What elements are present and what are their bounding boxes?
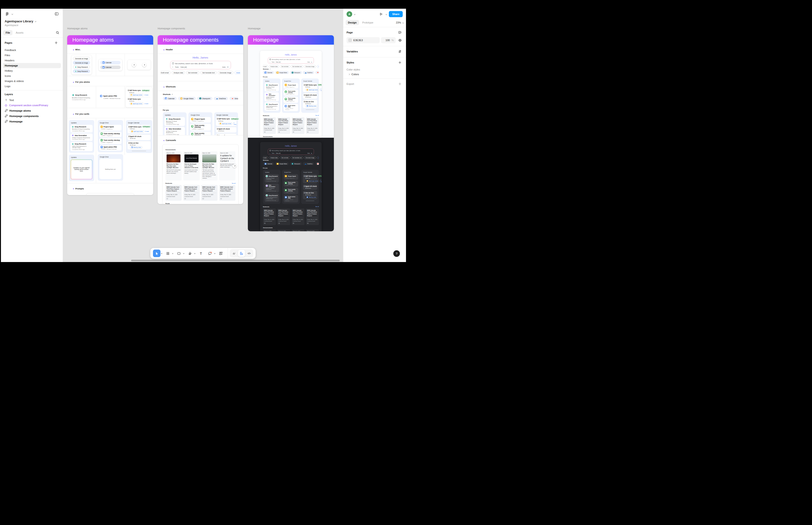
drive-item[interactable]: Team weekly standup 1:18PM · Angela Lin xyxy=(99,132,121,137)
shortcut-chip[interactable]: Google Slides xyxy=(275,71,289,74)
notebook-card[interactable]: M365 Calendar Card Third-Party Support F… xyxy=(165,185,182,201)
colors-group-row[interactable]: Colors xyxy=(343,71,406,76)
open-external-icon[interactable]: ↗ xyxy=(270,69,271,70)
header-component[interactable]: Hello, James Ask anything, search your d… xyxy=(158,54,243,81)
variables-icon[interactable] xyxy=(397,49,403,54)
search-icon[interactable] xyxy=(55,30,60,35)
see-all-link[interactable]: See all xyxy=(315,115,319,116)
quick-chip[interactable]: Set translate text xyxy=(291,65,303,68)
section-for-you-atoms[interactable]: For you atoms xyxy=(75,81,90,83)
chevron-down-icon[interactable] xyxy=(354,13,355,15)
google-drive-card[interactable]: Google Drive Project Spark 4:40PM · Ange… xyxy=(282,170,300,204)
frame-homepage-atoms[interactable]: Homepage atoms ◆Misc. Generate an image xyxy=(67,35,153,195)
document-title[interactable]: Agentspace Library xyxy=(5,19,33,23)
shortcut-chip[interactable]: Google Slides xyxy=(178,97,196,100)
add-icon[interactable]: + xyxy=(270,152,270,154)
move-tool-chevron[interactable] xyxy=(161,253,162,254)
update-item[interactable]: Idea Generation Unique Customer Experien… xyxy=(264,183,279,193)
update-item[interactable]: Deep Research Latest Developments in Cli… xyxy=(71,142,93,151)
quick-chip[interactable]: Analyze data xyxy=(172,71,185,74)
quick-chip[interactable]: Set translate text xyxy=(200,71,217,74)
ask-anything-input[interactable]: Ask anything, search your data, @mention… xyxy=(170,61,231,69)
atom-pill[interactable]: Generate an image xyxy=(73,61,90,64)
drive-item[interactable]: Spark admin PRD 2:20PM · Michael Freeman xyxy=(284,104,298,111)
tab-prototype[interactable]: Prototype xyxy=(360,20,376,25)
tab-file[interactable]: File xyxy=(3,30,13,35)
shortcut-chip[interactable]: Sharepoint xyxy=(290,71,302,74)
update-item[interactable]: Deep Research Latest Developments in Cli… xyxy=(264,102,279,111)
update-item[interactable]: Deep Research Benefits of Cloud Computin… xyxy=(264,83,279,91)
quick-chip[interactable]: Generate image xyxy=(304,65,316,68)
section-for-you-cards[interactable]: For you cards xyxy=(75,113,89,115)
shortcut-chip[interactable]: Gmail xyxy=(315,162,319,165)
announcement-card[interactable]: March 10, 2025 Discovery the New Way Now… xyxy=(201,151,217,180)
drive-item[interactable]: Project Spark 4:40PM · Angela Lin xyxy=(190,117,211,123)
comment-tool-chevron[interactable] xyxy=(214,253,215,254)
horizontal-scrollbar[interactable] xyxy=(131,260,340,261)
dev-mode-button[interactable] xyxy=(238,250,245,257)
frame-homepage[interactable]: Homepage Hello, James Ask anything, sear… xyxy=(248,35,334,231)
data-source-button[interactable]: Data (all) xyxy=(276,61,280,63)
update-item[interactable]: Idea Generation Unique Customer Experien… xyxy=(165,127,185,135)
figma-logo-icon[interactable] xyxy=(4,11,10,17)
comment-tool-button[interactable] xyxy=(206,250,214,257)
shortcut-chip[interactable]: Gmail xyxy=(230,97,238,100)
drive-item[interactable]: Team weekly standup 1:18PM · Angela Lin xyxy=(190,124,211,131)
data-source-button[interactable]: Data (all) xyxy=(276,152,280,154)
tools-button[interactable]: Tools xyxy=(175,66,179,68)
code-mode-button[interactable]: </> xyxy=(246,250,252,257)
help-button[interactable]: ? xyxy=(393,250,400,257)
announcement-card[interactable]: March 12, 2025 Discovery the New Way Now… xyxy=(263,229,276,231)
tab-design[interactable]: Design xyxy=(346,20,359,25)
shape-tool-button[interactable] xyxy=(175,250,183,257)
calendar-event[interactable]: S&P Demo syncIn Progress 9:00 am Spark a… xyxy=(216,117,236,126)
shortcut-chip[interactable]: OneDrive xyxy=(303,162,314,165)
user-avatar[interactable]: A xyxy=(347,11,352,17)
drive-item[interactable]: Team weekly standup 1:18PM · Angela Lin xyxy=(190,132,211,135)
color-swatch[interactable] xyxy=(349,39,352,42)
layer-component[interactable]: Component section cover/Primary xyxy=(3,103,61,108)
auto-mode-button[interactable]: Auto xyxy=(222,66,226,68)
card-scrollbar[interactable] xyxy=(306,200,315,201)
canvas[interactable]: Homepage atoms Homepage atoms ◆Misc. Gen… xyxy=(63,9,343,262)
quick-chip[interactable]: Analyze data xyxy=(269,156,279,159)
announcement-card[interactable]: March 12, 2025 Discovery the New Way Now… xyxy=(165,151,182,180)
page-item[interactable]: Icons xyxy=(3,73,61,78)
frame-homepage-components[interactable]: Homepage components ◆Header Hello, James… xyxy=(158,35,243,204)
chevron-down-icon[interactable] xyxy=(35,20,36,22)
send-icon[interactable]: ▶ xyxy=(311,152,312,154)
doc-atom[interactable]: Spark admin PRD 2:20PM · Michael Freeman xyxy=(100,95,120,99)
quick-chip[interactable]: Draft email xyxy=(263,156,268,159)
updates-card[interactable]: Updates Deep Research Benefits of Cloud … xyxy=(69,120,94,153)
drive-item[interactable]: Project Spark 4:40PM · Angela Lin xyxy=(284,83,298,89)
frame-tool-chevron[interactable] xyxy=(172,253,173,254)
updates-card[interactable]: Updates Deep Research Benefits of Cloud … xyxy=(163,112,186,135)
updates-card[interactable]: Updates Deep Research Benefits of Cloud … xyxy=(263,78,280,113)
page-item[interactable]: Hotkey xyxy=(3,68,61,73)
text-tool-button[interactable]: T xyxy=(197,250,205,257)
quick-chip[interactable]: Draft email xyxy=(160,71,171,74)
quick-chip[interactable]: more xyxy=(317,65,319,68)
update-item[interactable]: Idea Generation Unique Customer Experien… xyxy=(71,134,93,141)
visibility-icon[interactable] xyxy=(397,38,403,43)
notebook-card[interactable]: M365 Calendar Card Third-Party Support F… xyxy=(263,208,276,225)
calendar-event[interactable]: S&P Demo syncIn Progress 9:00 am Spark a… xyxy=(127,89,150,97)
google-calendar-card[interactable]: Google Calendar S&P Demo syncIn Progress… xyxy=(301,78,319,113)
calendar-event[interactable]: One on One 10:30 am Meeting notes xyxy=(216,134,236,135)
page-settings-icon[interactable] xyxy=(397,30,403,35)
quick-chip[interactable]: Generate image xyxy=(304,156,316,159)
calendar-event[interactable]: S&P Demo syncIn Progress 9:00 am Spark a… xyxy=(303,174,317,183)
card-scrollbar[interactable] xyxy=(306,109,315,110)
quick-chip[interactable]: Draft email xyxy=(263,65,268,68)
drive-item[interactable]: Team weekly standup 1:18PM · Angela Lin xyxy=(284,96,298,103)
google-calendar-card[interactable]: Google Calendar S&P Demo syncIn Progress… xyxy=(301,170,319,204)
notebook-card[interactable]: M365 Calendar Card Third-Party Support F… xyxy=(263,117,276,134)
announcement-card[interactable]: March 10, 2025 Discovery the New Way Now… xyxy=(292,229,305,231)
shortcut-chip[interactable]: OneDrive xyxy=(303,71,314,74)
notebook-card[interactable]: M365 Calendar Card Third-Party Support F… xyxy=(292,208,305,225)
section-prompts[interactable]: Prompts xyxy=(75,188,84,190)
update-item[interactable]: Deep Research Latest Developments in Cli… xyxy=(264,193,279,202)
toggle-panel-icon[interactable] xyxy=(54,11,59,17)
frame-label-components[interactable]: Homepage components xyxy=(158,27,185,30)
page-item[interactable]: Headers xyxy=(3,58,61,63)
